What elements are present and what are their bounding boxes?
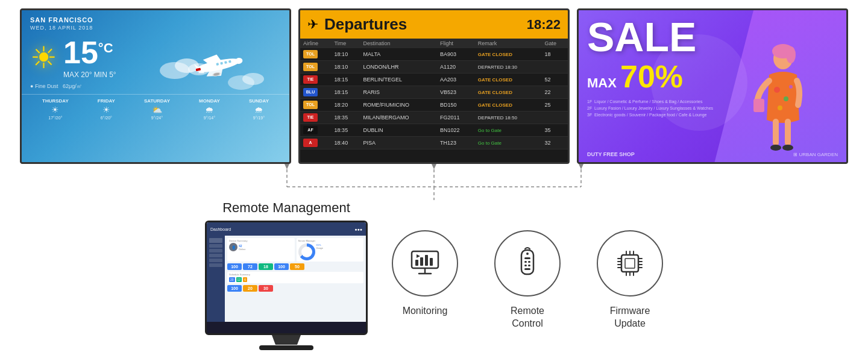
cell-airline: TIE [300,74,332,86]
airline-logo: TIE [303,75,318,84]
weather-forecast: THURSDAY ☀ 17°/20° FRIDAY ☀ 6°/20° SATUR… [22,94,289,120]
cell-gate: 18 [541,48,568,61]
firmware-icon [613,246,647,280]
cell-gate [541,111,568,124]
connector-section [0,164,868,200]
monitoring-label: Monitoring [403,305,448,318]
departures-screen: ✈ Departures 18:22 Airline Time Destinat… [298,8,570,164]
stat-20: 20 [243,285,257,292]
airline-logo: TOL [303,63,318,71]
col-time: Time [332,39,360,48]
management-monitor-container: Dashboard ●●● [205,221,368,350]
cell-flight: AA203 [437,74,475,86]
cell-gate: 32 [541,137,568,149]
sale-floors: 1F Liquor / Cosmetic & Perfume / Shoes &… [587,98,838,119]
cell-destination: DUBLIN [360,124,438,137]
svg-marker-43 [417,254,420,258]
cell-remark: GATE CLOSED [475,86,542,99]
feature-monitoring: Monitoring [392,230,458,318]
screens-row: SAN FRANCISCO WED, 18 APRIL 2018 [0,0,868,164]
cell-remark: Go to Gate [475,137,542,149]
management-label: Remote Management [222,200,350,216]
svg-rect-48 [524,261,527,263]
departures-header: ✈ Departures 18:22 [300,10,568,39]
table-row: BLU 18:15 RARIS VB523 GATE CLOSED 22 [300,86,568,99]
cell-gate: 25 [541,99,568,111]
cell-destination: MILAN/BERGAMO [360,111,438,124]
monitor-sidebar [207,236,225,322]
temp-unit: °C [98,40,113,55]
cell-remark: Go to Gate [475,124,542,137]
remote-control-label: Remote Control [511,305,544,330]
table-row: TOL 18:10 LONDON/LHR A1120 DEPARTED 18:3… [300,61,568,74]
cell-time: 18:20 [332,99,360,111]
forecast-friday: FRIDAY ☀ 6°/20° [98,98,115,120]
firmware-circle [597,230,663,297]
management-monitor: Dashboard ●●● [205,221,368,335]
airline-logo: TOL [303,50,318,58]
cell-flight: BN1022 [437,124,475,137]
cell-airline: TOL [300,48,332,61]
weather-sun-icon: ☀ [30,40,57,75]
cell-airline: TOL [300,61,332,74]
svg-marker-35 [579,164,583,169]
table-row: AF 18:35 DUBLIN BN1022 Go to Gate 35 [300,124,568,137]
svg-point-28 [770,145,781,151]
max-temp: 20 [81,71,89,79]
stat-18: 18 [259,263,273,270]
col-destination: Destination [360,39,438,48]
svg-point-53 [526,253,529,255]
svg-point-29 [782,145,793,151]
cell-time: 18:10 [332,48,360,61]
weather-date: WED, 18 APRIL 2018 [30,25,93,31]
cell-time: 18:10 [332,61,360,74]
forecast-thursday: THURSDAY ☀ 17°/20° [42,98,69,120]
cell-gate: 35 [541,124,568,137]
cell-flight: VB523 [437,86,475,99]
weather-city: SAN FRANCISCO WED, 18 APRIL 2018 [22,10,289,33]
airline-logo: BLU [303,88,318,96]
airline-logo: TIE [303,113,318,122]
cell-flight: BD150 [437,99,475,111]
firmware-update-label: Firmware Update [610,305,650,330]
cell-time: 18:40 [332,137,360,149]
cell-airline: TOL [300,99,332,111]
stat-72: 72 [243,263,257,270]
weather-minmax: MAX 20° MIN 5° [63,71,116,79]
cell-airline: A [300,137,332,149]
departures-plane-icon: ✈ [307,17,318,33]
airplane-illustration [157,46,277,107]
table-header-row: Airline Time Destination Flight Remark G… [300,39,568,48]
monitoring-circle [392,230,458,297]
cell-remark: GATE CLOSED [475,74,542,86]
svg-marker-31 [285,164,289,169]
departures-tbody: TOL 18:10 MALTA BA903 GATE CLOSED 18 TOL… [300,48,568,149]
table-row: A 18:40 PISA TH123 Go to Gate 32 [300,137,568,149]
svg-rect-40 [420,257,423,266]
min-temp: 5 [109,71,113,79]
cell-remark: GATE CLOSED [475,48,542,61]
cell-destination: BERLIN/TEGEL [360,74,438,86]
cell-destination: LONDON/LHR [360,61,438,74]
forecast-sunday: SUNDAY 🌧 9°/19° [249,98,269,120]
svg-rect-39 [415,260,418,266]
col-gate: Gate [541,39,568,48]
dep-header-left: ✈ Departures [307,15,407,34]
cell-remark: DEPARTED 18:30 [475,61,542,74]
monitor-schedule: Schedule Summary 20 12 6 [227,272,363,283]
sale-max-line: MAX 70% [587,58,838,95]
cell-gate: 22 [541,86,568,99]
svg-rect-49 [528,261,530,263]
monitor-app-title: Dashboard [210,227,231,231]
airline-logo: TOL [303,101,318,109]
weather-temperature: 15°C [63,37,116,68]
monitor-screen: Dashboard ●●● [207,222,366,322]
cell-destination: ROME/FIUMICINO [360,99,438,111]
monitor-card-2: Server Manager 65% Usage [297,238,364,262]
monitoring-icon [408,246,442,280]
monitor-base [259,345,313,350]
table-row: TOL 18:20 ROME/FIUMICINO BD150 GATE CLOS… [300,99,568,111]
col-airline: Airline [300,39,332,48]
cell-remark: GATE CLOSED [475,99,542,111]
remote-control-icon [511,246,544,280]
